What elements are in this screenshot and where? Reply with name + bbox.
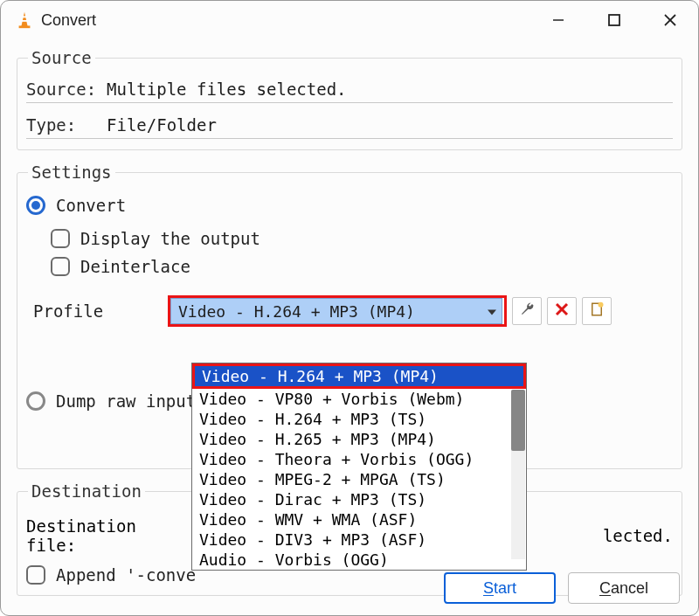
profile-option[interactable]: Video - MPEG-2 + MPGA (TS) xyxy=(192,469,526,489)
convert-radio[interactable] xyxy=(26,196,45,215)
profile-option[interactable]: Video - DIV3 + MP3 (ASF) xyxy=(192,529,526,550)
svg-rect-2 xyxy=(19,25,31,28)
display-output-checkbox[interactable] xyxy=(51,229,70,248)
dump-raw-label: Dump raw input xyxy=(56,391,196,411)
settings-legend: Settings xyxy=(28,163,115,182)
x-icon xyxy=(555,302,569,320)
wrench-icon xyxy=(519,301,535,321)
destination-file-value: lected. xyxy=(603,526,673,545)
append-converted-checkbox[interactable] xyxy=(26,565,45,585)
profile-option[interactable]: Audio - Vorbis (OGG) xyxy=(192,550,526,570)
profile-option[interactable]: Video - H.264 + MP3 (TS) xyxy=(192,409,526,429)
dropdown-scrollbar-thumb[interactable] xyxy=(511,390,525,451)
source-legend: Source xyxy=(28,48,95,67)
profile-selected: Video - H.264 + MP3 (MP4) xyxy=(178,302,415,321)
display-output-label: Display the output xyxy=(80,229,260,248)
new-document-icon xyxy=(589,301,605,321)
cancel-button-label-rest: ancel xyxy=(611,579,648,597)
start-button[interactable]: Start xyxy=(444,572,556,604)
convert-radio-label: Convert xyxy=(56,196,126,215)
svg-point-10 xyxy=(599,302,604,308)
window-title: Convert xyxy=(41,11,96,30)
svg-rect-0 xyxy=(22,16,26,17)
source-label: Source: xyxy=(26,80,107,99)
deinterlace-checkbox[interactable] xyxy=(51,257,70,276)
profile-option[interactable]: Video - VP80 + Vorbis (Webm) xyxy=(192,389,526,409)
source-group: Source Source: Multiple files selected. … xyxy=(17,48,682,150)
destination-file-label: Destination file: xyxy=(26,516,189,555)
dump-raw-radio[interactable] xyxy=(26,391,45,411)
close-button[interactable] xyxy=(642,1,698,39)
edit-profile-button[interactable] xyxy=(512,297,542,325)
profile-option[interactable]: Video - H.264 + MP3 (MP4) xyxy=(195,366,523,386)
cancel-button[interactable]: Cancel xyxy=(568,572,680,604)
type-label: Type: xyxy=(26,115,107,135)
chevron-down-icon xyxy=(488,302,496,321)
profile-label: Profile xyxy=(33,301,168,321)
start-button-label-rest: tart xyxy=(494,579,516,597)
profile-option[interactable]: Video - Theora + Vorbis (OGG) xyxy=(192,449,526,469)
source-value: Multiple files selected. xyxy=(107,80,673,99)
type-value: File/Folder xyxy=(107,115,673,135)
deinterlace-label: Deinterlace xyxy=(80,257,190,276)
delete-profile-button[interactable] xyxy=(547,297,577,325)
svg-rect-1 xyxy=(22,20,28,22)
profile-option[interactable]: Video - H.265 + MP3 (MP4) xyxy=(192,429,526,449)
minimize-button[interactable] xyxy=(530,1,586,39)
profile-option[interactable]: Video - Dirac + MP3 (TS) xyxy=(192,489,526,509)
vlc-cone-icon xyxy=(15,10,34,30)
destination-legend: Destination xyxy=(28,481,145,501)
new-profile-button[interactable] xyxy=(582,297,612,325)
maximize-button[interactable] xyxy=(586,1,642,39)
svg-rect-4 xyxy=(609,15,619,25)
profile-dropdown-list[interactable]: Video - H.264 + MP3 (MP4) Video - VP80 +… xyxy=(191,363,527,571)
profile-option[interactable]: Video - WMV + WMA (ASF) xyxy=(192,509,526,529)
append-converted-label: Append '-conve xyxy=(56,565,196,585)
profile-dropdown[interactable]: Video - H.264 + MP3 (MP4) xyxy=(170,298,502,324)
